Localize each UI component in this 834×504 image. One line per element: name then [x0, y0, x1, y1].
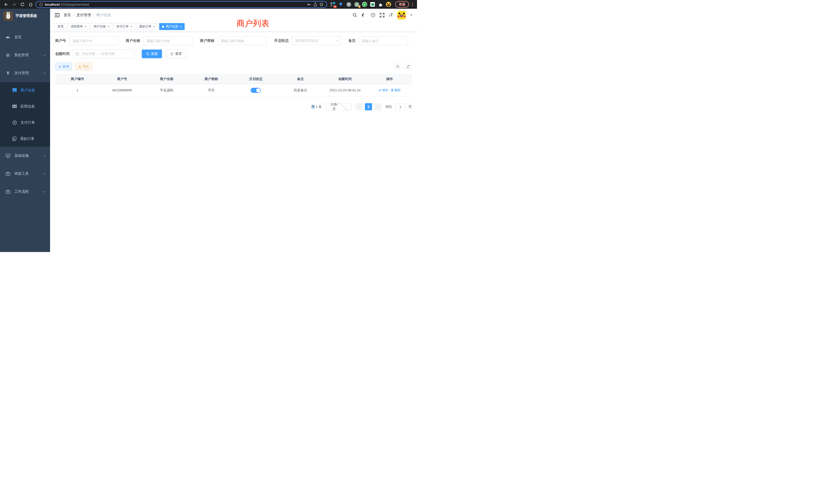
- github-icon[interactable]: [361, 13, 367, 18]
- reload-icon[interactable]: [19, 1, 26, 8]
- current-page-button[interactable]: 1: [365, 103, 372, 110]
- extension-command-icon[interactable]: ⌘: [346, 2, 351, 7]
- cell-actions: 修改 删除: [367, 88, 412, 92]
- add-button[interactable]: 新增: [55, 63, 72, 70]
- url-bar[interactable]: localhost:1024/pay/merchant: [36, 1, 327, 8]
- close-icon[interactable]: ×: [85, 25, 87, 28]
- extension-yuque-icon[interactable]: y: [362, 2, 367, 7]
- browser-update-button[interactable]: 更新: [395, 1, 409, 8]
- edit-link[interactable]: 修改: [378, 88, 388, 92]
- star-icon[interactable]: [320, 2, 324, 6]
- close-icon[interactable]: ×: [153, 25, 155, 28]
- breadcrumb-section[interactable]: 支付管理: [76, 13, 91, 18]
- home-icon[interactable]: [27, 1, 34, 8]
- sidebar-item-refund-order[interactable]: 退款订单: [0, 131, 50, 147]
- reset-button[interactable]: 重置: [166, 49, 186, 58]
- sidebar-item-pay[interactable]: ¥ 支付管理: [0, 64, 50, 82]
- sidebar-item-workflow[interactable]: 工作流程: [0, 183, 50, 201]
- extension-egg-icon[interactable]: 1: [354, 2, 359, 7]
- browser-menu-icon[interactable]: [411, 3, 414, 6]
- col-header: 开启状态: [234, 74, 278, 84]
- sidebar-item-label: 系统管理: [14, 53, 40, 58]
- refresh-button[interactable]: [404, 63, 412, 70]
- status-select[interactable]: 请选择开启状态: [292, 37, 341, 45]
- tab-refund-order[interactable]: 退款订单×: [136, 23, 158, 30]
- text-size-icon[interactable]: TT: [389, 13, 393, 18]
- extension-chat-icon[interactable]: [370, 2, 375, 7]
- svg-text:?: ?: [372, 14, 374, 17]
- sidebar-submenu-pay: 商户信息 应用信息 ¥ 支付订单: [0, 82, 50, 147]
- sidebar-item-app-info[interactable]: 应用信息: [0, 98, 50, 114]
- hamburger-icon[interactable]: [55, 13, 60, 17]
- url-text[interactable]: localhost:1024/pay/merchant: [45, 3, 305, 6]
- status-toggle[interactable]: [250, 88, 261, 93]
- search-icon[interactable]: [353, 13, 357, 18]
- store-icon: [12, 88, 17, 92]
- back-icon[interactable]: [3, 1, 9, 8]
- sidebar-item-system[interactable]: 系统管理: [0, 46, 50, 64]
- user-avatar[interactable]: [397, 11, 406, 20]
- browser-profile-avatar[interactable]: [386, 2, 391, 7]
- merchant-no-input[interactable]: [69, 37, 118, 45]
- table-toolbar: 新增 导出: [55, 63, 412, 70]
- puzzle-icon[interactable]: [378, 2, 383, 7]
- col-header: 商户号: [100, 74, 145, 84]
- monitor-icon: [6, 154, 10, 158]
- page-size-select[interactable]: 10条/页: [326, 103, 352, 110]
- delete-link[interactable]: 删除: [391, 88, 400, 92]
- sidebar-item-pay-order[interactable]: ¥ 支付订单: [0, 114, 50, 131]
- next-page-button[interactable]: ›: [374, 103, 381, 110]
- prev-page-button[interactable]: ‹: [356, 103, 363, 110]
- sidebar-item-label: 研发工具: [14, 171, 40, 176]
- sidebar-item-devtools[interactable]: 研发工具: [0, 165, 50, 183]
- sidebar-item-label: 基础设施: [14, 154, 40, 158]
- date-range-picker[interactable]: 开始日期 - 结束日期: [73, 49, 134, 58]
- tab-merchant-info[interactable]: 商户信息×: [159, 23, 184, 30]
- tab-home[interactable]: 首页: [55, 23, 66, 30]
- close-icon[interactable]: ×: [108, 25, 109, 28]
- chevron-up-icon: [43, 72, 46, 75]
- sidebar-item-infrastructure[interactable]: 基础设施: [0, 147, 50, 165]
- col-header: 创建时间: [323, 74, 368, 84]
- close-icon[interactable]: ×: [130, 25, 132, 28]
- tab-user-group[interactable]: 用户分组×: [91, 23, 112, 30]
- extension-gem-icon[interactable]: [338, 2, 343, 7]
- caret-down-icon[interactable]: [410, 15, 412, 17]
- chevron-down-icon: [43, 190, 46, 193]
- field-label: 商户号: [55, 39, 66, 43]
- goto-page-input[interactable]: [395, 103, 405, 110]
- info-icon[interactable]: [39, 3, 43, 6]
- sidebar-item-merchant-info[interactable]: 商户信息: [0, 82, 50, 98]
- key-icon[interactable]: [307, 2, 311, 7]
- export-button[interactable]: 导出: [75, 63, 92, 70]
- chevron-down-icon: [340, 102, 348, 111]
- cell-full-name: 芋道源码: [144, 88, 189, 93]
- app-logo[interactable]: 芋道管理系统: [0, 9, 50, 23]
- help-icon[interactable]: ?: [371, 13, 375, 18]
- goto-label: 前往: [386, 105, 392, 109]
- sidebar: 芋道管理系统 首页 系统管理 ¥ 支付管理: [0, 9, 50, 252]
- extension-grid-icon[interactable]: 10: [330, 2, 335, 7]
- filter-create-time: 创建时间 开始日期 - 结束日期: [55, 49, 134, 58]
- tab-pay-order[interactable]: 支付订单×: [113, 23, 135, 30]
- close-icon[interactable]: ×: [180, 25, 182, 28]
- field-label: 商户简称: [200, 39, 214, 43]
- forward-icon[interactable]: [11, 1, 18, 8]
- header-actions: ? TT: [353, 11, 412, 20]
- remark-input[interactable]: [359, 37, 408, 45]
- short-name-input[interactable]: [218, 37, 267, 45]
- full-name-input[interactable]: [143, 37, 193, 45]
- show-search-toggle-button[interactable]: [394, 63, 401, 70]
- field-label: 备注: [348, 39, 356, 43]
- breadcrumb-home[interactable]: 首页: [64, 13, 71, 18]
- filter-row-2: 创建时间 开始日期 - 结束日期 搜索 重置: [55, 49, 412, 58]
- cell-merchant-id: 1: [55, 88, 100, 92]
- refund-icon: [12, 137, 17, 141]
- share-icon[interactable]: [313, 2, 317, 6]
- sidebar-item-home[interactable]: 首页: [0, 28, 50, 46]
- tab-process-form[interactable]: 流程表单×: [68, 23, 89, 30]
- sidebar-item-label: 支付订单: [21, 120, 35, 125]
- fullscreen-icon[interactable]: [380, 13, 385, 18]
- search-button[interactable]: 搜索: [142, 49, 162, 58]
- date-start-placeholder: 开始日期: [82, 51, 95, 56]
